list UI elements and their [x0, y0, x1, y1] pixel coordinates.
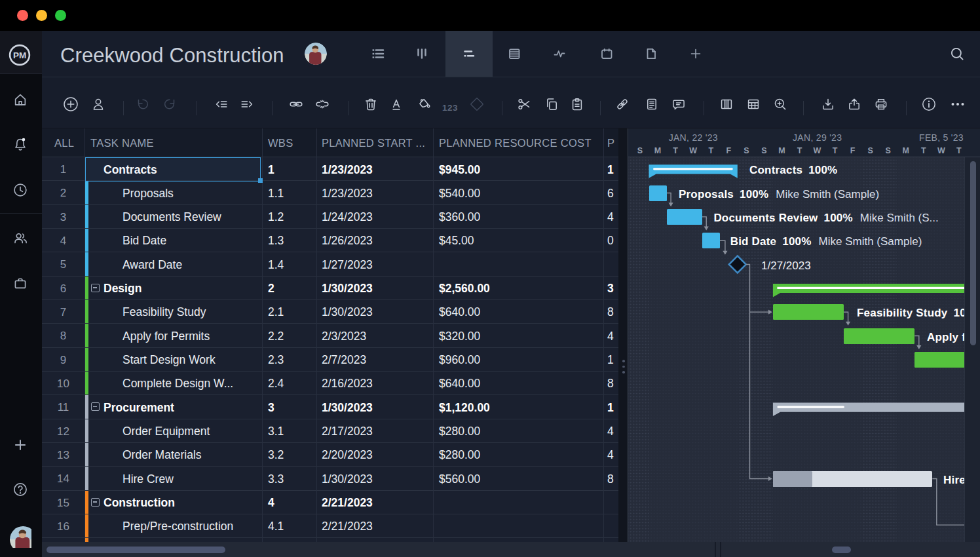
- svg-text:PM: PM: [13, 50, 26, 60]
